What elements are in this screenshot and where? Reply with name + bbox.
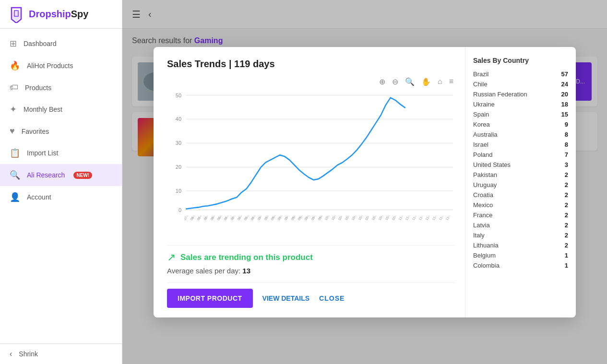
country-row: Belgium1	[473, 250, 568, 260]
svg-text:09-13: 09-13	[284, 216, 291, 221]
modal-title: Sales Trends | 119 days	[167, 59, 455, 70]
chart-container: 50 40 30 20 10 0	[167, 90, 455, 215]
research-icon: 🔍	[10, 170, 20, 180]
sidebar-item-label: Ali Research	[27, 171, 65, 179]
flame-icon: 🔥	[10, 60, 20, 71]
country-name: Italy	[473, 232, 485, 239]
svg-text:30: 30	[176, 140, 181, 146]
svg-text:07-30: 07-30	[184, 216, 190, 221]
country-row: Brazil57	[473, 69, 568, 79]
svg-text:08-11: 08-11	[210, 216, 217, 221]
country-count: 2	[565, 171, 568, 178]
sidebar-item-account[interactable]: 👤 Account	[0, 186, 122, 208]
country-count: 2	[565, 181, 568, 188]
country-count: 18	[561, 101, 568, 108]
country-name: Chile	[473, 81, 488, 88]
sidebar-item-alihot[interactable]: 🔥 AliHot Products	[0, 55, 122, 77]
modal-actions: IMPORT PRODUCT VIEW DETAILS CLOSE	[167, 282, 455, 310]
chevron-left-icon: ‹	[10, 350, 12, 358]
country-row: Uruguay2	[473, 180, 568, 190]
country-count: 3	[565, 161, 568, 168]
country-count: 20	[561, 91, 568, 98]
country-row: Italy2	[473, 230, 568, 240]
home-icon[interactable]: ⌂	[436, 76, 444, 87]
country-row: Mexico2	[473, 200, 568, 210]
country-count: 24	[561, 81, 568, 88]
country-row: Croatia2	[473, 190, 568, 200]
new-badge: NEW!	[73, 172, 92, 179]
svg-text:09-22: 09-22	[304, 216, 311, 221]
modal-left-panel: Sales Trends | 119 days ⊕ ⊖ 🔍 ✋ ⌂ ≡	[154, 47, 465, 317]
country-count: 1	[565, 262, 568, 269]
country-name: Croatia	[473, 191, 493, 199]
svg-text:20: 20	[176, 164, 181, 170]
sidebar-item-import-list[interactable]: 📋 Import List	[0, 142, 122, 164]
country-name: Mexico	[473, 201, 493, 209]
svg-text:10-22: 10-22	[371, 216, 378, 221]
country-name: Russian Federation	[473, 91, 527, 98]
svg-text:10-07: 10-07	[337, 216, 345, 221]
country-row: Chile24	[473, 79, 568, 89]
svg-text:09-25: 09-25	[310, 216, 318, 221]
svg-text:10-10: 10-10	[344, 216, 351, 221]
zoom-in-icon[interactable]: ⊕	[377, 76, 387, 87]
svg-text:08-05: 08-05	[196, 216, 203, 221]
pan-icon[interactable]: ✋	[419, 76, 433, 87]
sidebar-item-label: Monthly Best	[24, 106, 62, 113]
svg-text:11-24: 11-24	[445, 216, 452, 221]
account-icon: 👤	[10, 192, 20, 202]
sidebar-item-products[interactable]: 🏷 Products	[0, 77, 122, 98]
sidebar-item-ali-research[interactable]: 🔍 Ali Research NEW!	[0, 164, 122, 186]
svg-text:09-10: 09-10	[277, 216, 284, 221]
country-count: 2	[565, 242, 568, 249]
svg-text:10-28: 10-28	[384, 216, 392, 221]
menu-icon[interactable]: ≡	[447, 76, 455, 87]
country-name: Ukraine	[473, 101, 495, 108]
svg-text:10-04: 10-04	[331, 216, 338, 221]
magnify-icon[interactable]: 🔍	[403, 76, 417, 87]
svg-marker-1	[12, 10, 20, 21]
avg-value: 13	[242, 267, 250, 275]
country-row: Pakistan2	[473, 170, 568, 180]
sidebar-item-label: Products	[25, 84, 51, 92]
x-axis-labels: 07-30 08-02 08-05 08-08 08-11 08-14 08-1…	[167, 215, 455, 237]
country-name: Poland	[473, 151, 492, 158]
country-row: Colombia1	[473, 260, 568, 270]
svg-text:09-01: 09-01	[257, 216, 264, 221]
country-name: Brazil	[473, 70, 489, 78]
zoom-out-icon[interactable]: ⊖	[390, 76, 400, 87]
svg-text:11-03: 11-03	[398, 216, 405, 221]
country-row: France2	[473, 210, 568, 220]
country-count: 8	[565, 141, 568, 148]
sidebar-shrink[interactable]: ‹ Shrink	[0, 343, 122, 364]
country-name: United States	[473, 161, 511, 168]
sidebar-item-monthly-best[interactable]: ✦ Monthly Best	[0, 98, 122, 120]
country-row: Australia8	[473, 129, 568, 140]
import-product-button[interactable]: IMPORT PRODUCT	[167, 289, 253, 308]
svg-text:0: 0	[179, 207, 181, 212]
sidebar-item-label: Import List	[27, 149, 58, 157]
svg-text:10-13: 10-13	[351, 216, 358, 221]
x-axis-svg: 07-30 08-02 08-05 08-08 08-11 08-14 08-1…	[184, 216, 455, 237]
country-name: Israel	[473, 141, 488, 148]
country-count: 8	[565, 131, 568, 138]
country-name: Spain	[473, 111, 489, 118]
sidebar-item-favorites[interactable]: ♥ Favorites	[0, 120, 122, 142]
country-count: 2	[565, 211, 568, 219]
sidebar-item-label: Dashboard	[24, 40, 57, 47]
sidebar-item-dashboard[interactable]: ⊞ Dashboard	[0, 33, 122, 55]
trending-up-icon: ↗	[167, 251, 176, 264]
country-count: 9	[565, 121, 568, 128]
modal-overlay: Sales Trends | 119 days ⊕ ⊖ 🔍 ✋ ⌂ ≡	[122, 0, 607, 364]
close-button[interactable]: CLOSE	[319, 294, 345, 302]
view-details-button[interactable]: VIEW DETAILS	[262, 294, 310, 302]
app-name: DropshipSpy	[29, 9, 88, 20]
svg-text:08-14: 08-14	[216, 216, 224, 221]
svg-text:10-31: 10-31	[391, 216, 398, 221]
country-count: 15	[561, 111, 568, 118]
chart-toolbar: ⊕ ⊖ 🔍 ✋ ⌂ ≡	[167, 76, 455, 87]
svg-text:11-18: 11-18	[431, 216, 439, 221]
svg-text:08-17: 08-17	[223, 216, 230, 221]
country-name: Uruguay	[473, 181, 497, 188]
country-header: Sales By Country	[473, 57, 568, 64]
